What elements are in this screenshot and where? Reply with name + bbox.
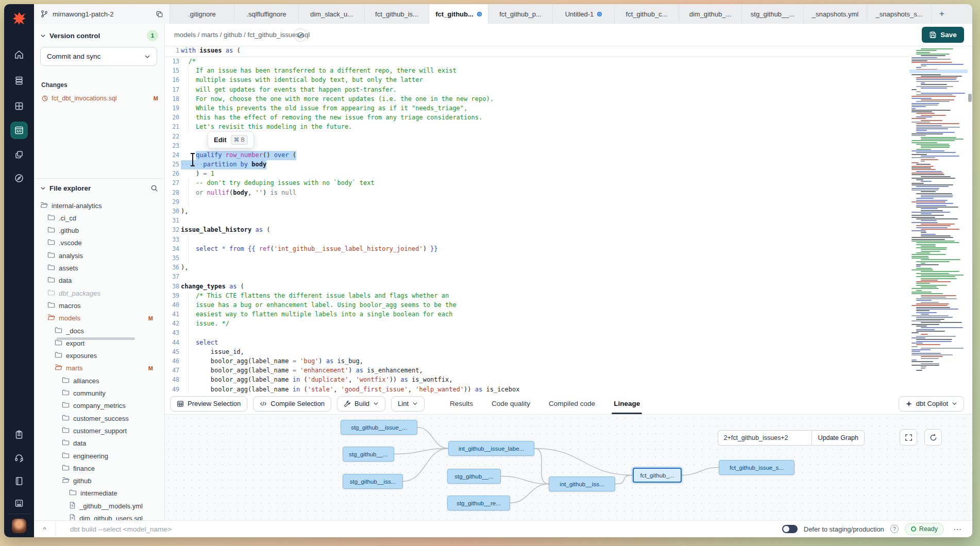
docs-book-icon[interactable] bbox=[4, 471, 34, 491]
folder-alliances[interactable]: alliances bbox=[34, 374, 164, 387]
new-tab-button[interactable]: + bbox=[932, 4, 952, 24]
preview-selection-button[interactable]: Preview Selection bbox=[170, 396, 247, 412]
lineage-selector-input[interactable]: 2+fct_github_issues+2 bbox=[718, 430, 812, 446]
code-line-45[interactable]: 45 issue_id, bbox=[165, 348, 909, 357]
branch-selector[interactable]: mirnawong1-patch-2 bbox=[34, 4, 170, 24]
refresh-button[interactable] bbox=[924, 429, 942, 446]
lineage-node-stg-github-re-[interactable]: stg_github__re... bbox=[447, 496, 510, 510]
overflow-menu-icon[interactable]: ⋯ bbox=[950, 524, 965, 534]
folder-internal-analytics[interactable]: internal-analytics bbox=[34, 199, 164, 212]
code-line-41[interactable]: 41 easiest way to flatten multiple label… bbox=[165, 310, 909, 319]
code-line-43[interactable]: 43 bbox=[165, 329, 909, 338]
tab-untitled-1[interactable]: Untitled-1 bbox=[553, 4, 615, 24]
minimap[interactable] bbox=[909, 46, 968, 393]
code-line-32[interactable]: 32issue_label_history as ( bbox=[165, 226, 909, 235]
version-control-header[interactable]: Version control 1 bbox=[40, 30, 158, 41]
tab-results[interactable]: Results bbox=[450, 393, 473, 414]
code-line-46[interactable]: 46 boolor_agg(label_name = 'bug') as is_… bbox=[165, 357, 909, 366]
code-line-27[interactable]: 27 -- don't try deduping issues with no … bbox=[165, 179, 909, 188]
tab--snapshots-yml[interactable]: _snapshots.yml bbox=[804, 4, 867, 24]
folder-analysis[interactable]: analysis bbox=[34, 249, 164, 262]
tab-dim-slack-u-[interactable]: dim_slack_u... bbox=[299, 4, 365, 24]
code-line-22[interactable]: 22 bbox=[165, 132, 909, 142]
lineage-node-stg-github-[interactable]: stg_github__... bbox=[447, 469, 501, 484]
command-input[interactable]: dbt build --select <model_name> bbox=[70, 525, 172, 533]
home-icon[interactable] bbox=[4, 44, 34, 65]
code-line-26[interactable]: 26 ) = 1 bbox=[165, 169, 909, 179]
code-line-13[interactable]: 13 /* bbox=[165, 57, 909, 66]
lineage-node-fct-github-issue-s-[interactable]: fct_github_issue_s... bbox=[719, 460, 795, 475]
expand-command-bar-chevron[interactable]: ^ bbox=[34, 521, 56, 537]
stack-icon[interactable] bbox=[4, 70, 34, 91]
copy-icon[interactable] bbox=[156, 10, 163, 18]
folder-intermediate[interactable]: intermediate bbox=[34, 487, 164, 500]
fullscreen-button[interactable] bbox=[900, 429, 917, 446]
code-line-19[interactable]: 19 While this prevents the old issue fro… bbox=[165, 104, 909, 113]
code-line-36[interactable]: 36), bbox=[165, 263, 909, 272]
folder-models[interactable]: modelsM bbox=[34, 312, 164, 325]
folder-community[interactable]: community bbox=[34, 387, 164, 400]
windows-icon[interactable] bbox=[4, 144, 34, 165]
code-line-49[interactable]: 49 boolor_agg(label_name in ('stale', 'g… bbox=[165, 385, 909, 393]
dbt-copilot-button[interactable]: dbt Copilot bbox=[899, 396, 964, 412]
folder-github[interactable]: github bbox=[34, 475, 164, 487]
folder-assets[interactable]: assets bbox=[34, 262, 164, 275]
code-line-34[interactable]: 34 select * from {{ ref('int_github__iss… bbox=[165, 245, 909, 254]
explorer-horizontal-scrollbar[interactable] bbox=[57, 337, 135, 340]
folder-exposures[interactable]: exposures bbox=[34, 350, 164, 362]
code-line-18[interactable]: 18 For now, choose the one with more rec… bbox=[165, 95, 909, 104]
headset-icon[interactable] bbox=[4, 448, 34, 468]
code-line-44[interactable]: 44 select bbox=[165, 338, 909, 348]
status-badge[interactable]: Ready bbox=[905, 523, 944, 535]
code-line-17[interactable]: 17 will get updates for events that happ… bbox=[165, 86, 909, 95]
keyboard-panel-icon[interactable] bbox=[4, 493, 34, 514]
folder-data[interactable]: data bbox=[34, 275, 164, 287]
tab-fct-github-c-[interactable]: fct_github_c... bbox=[615, 4, 679, 24]
docs-compass-button[interactable] bbox=[294, 28, 307, 42]
tab-fct-github-is-[interactable]: fct_github_is... bbox=[365, 4, 429, 24]
code-line-40[interactable]: 40 issue has a bug or enhancement label.… bbox=[165, 301, 909, 310]
tab--gitignore[interactable]: .gitignore bbox=[170, 4, 234, 24]
dashboard-grid-icon[interactable] bbox=[4, 96, 34, 116]
code-line-47[interactable]: 47 boolor_agg(label_name = 'enhancement'… bbox=[165, 366, 909, 376]
code-line-15[interactable]: 15 If an issue has been transferred to a… bbox=[165, 66, 909, 76]
commit-and-sync-button[interactable]: Commit and sync bbox=[40, 47, 157, 66]
folder-dbt-packages[interactable]: dbt_packages bbox=[34, 287, 164, 299]
code-line-37[interactable]: 37 bbox=[165, 272, 909, 282]
scrollbar-thumb[interactable] bbox=[968, 94, 972, 102]
file-explorer-header[interactable]: File explorer bbox=[40, 184, 158, 192]
lineage-node-stg-github-[interactable]: stg_github__... bbox=[343, 447, 394, 462]
tab-code-quality[interactable]: Code quality bbox=[492, 393, 530, 414]
search-icon[interactable] bbox=[150, 184, 158, 192]
folder-data[interactable]: data bbox=[34, 437, 164, 450]
tab-lineage[interactable]: Lineage bbox=[614, 393, 640, 414]
compile-selection-button[interactable]: Compile Selection bbox=[253, 396, 331, 412]
code-line-31[interactable]: 31 bbox=[165, 216, 909, 226]
changed-file-row[interactable]: fct_dbt_invocations.sql M bbox=[41, 93, 158, 104]
code-line-48[interactable]: 48 boolor_agg(label_name in ('duplicate'… bbox=[165, 376, 909, 385]
file--github-models-yml[interactable]: _github__models.yml bbox=[34, 500, 164, 512]
lineage-node-fct-github-[interactable]: fct_github_... bbox=[633, 468, 682, 483]
code-line-28[interactable]: 28 or nullif(body, '') is null bbox=[165, 189, 909, 198]
lineage-node-int-github-iss-[interactable]: int_github__iss... bbox=[549, 476, 615, 491]
lineage-node-stg-github-issue-[interactable]: stg_github__issue_... bbox=[341, 420, 417, 435]
user-avatar[interactable] bbox=[12, 519, 26, 533]
folder--docs[interactable]: _docs bbox=[34, 325, 164, 337]
code-line-42[interactable]: 42 issue. */ bbox=[165, 319, 909, 329]
folder-marts[interactable]: martsM bbox=[34, 362, 164, 374]
folder-company-metrics[interactable]: company_metrics bbox=[34, 400, 164, 412]
code-line-38[interactable]: 38change_types as ( bbox=[165, 282, 909, 292]
code-line-30[interactable]: 30), bbox=[165, 207, 909, 216]
lint-button[interactable]: Lint bbox=[391, 396, 425, 412]
folder-engineering[interactable]: engineering bbox=[34, 450, 164, 462]
code-line-35[interactable]: 35 bbox=[165, 254, 909, 263]
code-line-1[interactable]: 1with issues as ( bbox=[165, 46, 909, 57]
help-icon[interactable]: ? bbox=[890, 525, 899, 533]
lineage-node-stg-github-iss-[interactable]: stg_github__iss... bbox=[343, 474, 403, 489]
code-line-24[interactable]: 24 qualify row_number() over ( bbox=[165, 151, 909, 160]
folder--github[interactable]: .github bbox=[34, 225, 164, 237]
folder-macros[interactable]: macros bbox=[34, 299, 164, 312]
lineage-node-int-github-issue-labe-[interactable]: int_github__issue_labe... bbox=[448, 441, 534, 456]
code-line-39[interactable]: 39 /* This CTE flattens the different is… bbox=[165, 292, 909, 301]
folder-customer-support[interactable]: customer_support bbox=[34, 424, 164, 437]
